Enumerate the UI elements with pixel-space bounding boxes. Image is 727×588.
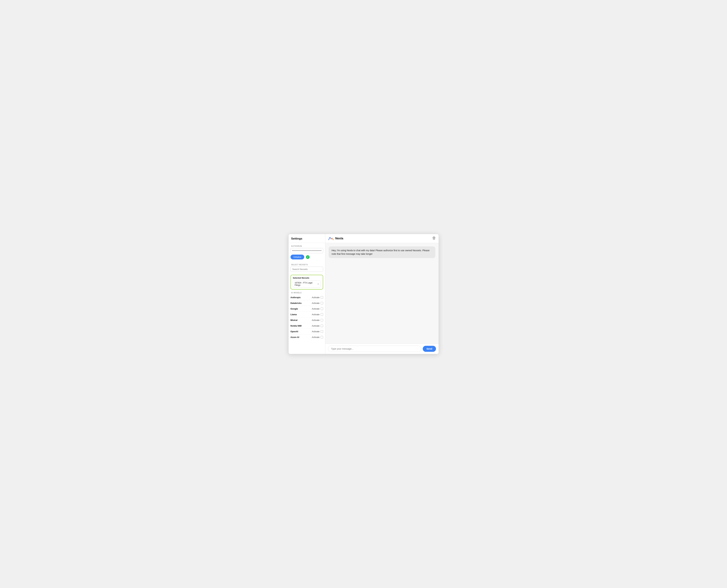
anthropic-activate-checkbox[interactable]: [321, 296, 323, 299]
nexla-logo-text: Nexla: [335, 237, 343, 240]
authorize-section: Initialize ✓: [288, 248, 325, 261]
ai-model-name-azure-ai: Azure AI: [290, 336, 299, 338]
initialize-button[interactable]: Initialize: [290, 255, 304, 259]
databricks-activate-checkbox[interactable]: [321, 302, 323, 304]
ai-model-name-anthropic: Anthropic: [290, 296, 301, 299]
sidebar-title: Settings: [288, 234, 325, 243]
azure-ai-activate-checkbox[interactable]: [321, 336, 323, 338]
ai-model-name-llama: Llama: [290, 313, 297, 316]
chat-area: Hey, I'm using Nexla to chat with my dat…: [325, 243, 439, 343]
api-key-input[interactable]: [290, 248, 323, 253]
llama-activate-text: Activate: [312, 313, 320, 316]
ai-model-name-nvidia-nim: Nvidia NIM: [290, 324, 302, 327]
azure-ai-activate-label[interactable]: Activate: [312, 336, 323, 338]
selected-nexsets-title: Selected Nexsets: [293, 277, 321, 279]
nexset-tag: 167924 - FTX Legal Filings ×: [293, 280, 321, 288]
google-activate-checkbox[interactable]: [321, 308, 323, 310]
google-activate-text: Activate: [312, 308, 320, 310]
openai-activate-label[interactable]: Activate: [312, 330, 323, 333]
ai-models-section: Anthropic Activate Databricks Activate G…: [288, 295, 325, 340]
azure-ai-activate-text: Activate: [312, 336, 320, 338]
nexset-tag-name: 167924 - FTX Legal Filings: [295, 282, 316, 286]
sidebar: Settings AUTHORIZE Initialize ✓ SELECT N…: [288, 234, 325, 354]
nexla-logo-icon: [328, 237, 334, 240]
ai-model-row-google: Google Activate: [290, 306, 323, 312]
ai-model-row-anthropic: Anthropic Activate: [290, 295, 323, 300]
mistral-activate-label[interactable]: Activate: [312, 319, 323, 321]
google-activate-label[interactable]: Activate: [312, 308, 323, 310]
openai-activate-checkbox[interactable]: [321, 330, 323, 333]
ai-model-row-azure-ai: Azure AI Activate: [290, 334, 323, 340]
anthropic-activate-text: Activate: [312, 296, 320, 299]
ai-model-row-openai: OpenAI Activate: [290, 329, 323, 334]
anthropic-activate-label[interactable]: Activate: [312, 296, 323, 299]
ai-model-row-nvidia-nim: Nvidia NIM Activate: [290, 323, 323, 329]
nvidia-nim-activate-label[interactable]: Activate: [312, 324, 323, 327]
chat-message-input[interactable]: [328, 345, 421, 352]
nvidia-nim-activate-checkbox[interactable]: [321, 324, 323, 327]
app-window: Settings AUTHORIZE Initialize ✓ SELECT N…: [288, 234, 439, 354]
llama-activate-label[interactable]: Activate: [312, 313, 323, 316]
databricks-activate-label[interactable]: Activate: [312, 302, 323, 304]
mistral-activate-text: Activate: [312, 319, 320, 321]
ai-model-name-openai: OpenAI: [290, 330, 298, 333]
ai-model-name-databricks: Databricks: [290, 302, 302, 304]
send-button[interactable]: Send: [423, 346, 436, 352]
nexla-logo-area: Nexla: [328, 237, 343, 240]
authorize-label: AUTHORIZE: [288, 243, 325, 248]
nvidia-nim-activate-text: Activate: [312, 324, 320, 327]
mistral-activate-checkbox[interactable]: [321, 319, 323, 321]
ai-model-row-llama: Llama Activate: [290, 312, 323, 317]
nexset-tag-remove-button[interactable]: ×: [318, 283, 319, 285]
authorize-check-icon: ✓: [306, 255, 309, 259]
chat-bubble: Hey, I'm using Nexla to chat with my dat…: [329, 246, 435, 258]
llama-activate-checkbox[interactable]: [321, 313, 323, 316]
select-nexsets-label: SELECT NEXSETS: [288, 261, 325, 267]
main-content: Nexla Hey, I'm using Nexla to chat with …: [325, 234, 439, 354]
ai-model-name-google: Google: [290, 308, 298, 310]
ai-model-row-mistral: Mistral Activate: [290, 317, 323, 323]
ai-model-name-mistral: Mistral: [290, 319, 298, 321]
ai-models-label: AI MODELS: [288, 290, 325, 295]
ai-model-row-databricks: Databricks Activate: [290, 300, 323, 306]
selected-nexsets-box: Selected Nexsets 167924 - FTX Legal Fili…: [290, 275, 323, 290]
search-nexsets-input[interactable]: [290, 267, 323, 272]
chat-input-area: Send: [325, 343, 439, 354]
databricks-activate-text: Activate: [312, 302, 320, 304]
main-header: Nexla: [325, 234, 439, 243]
openai-activate-text: Activate: [312, 330, 320, 333]
trash-icon[interactable]: [432, 236, 436, 240]
initialize-row: Initialize ✓: [290, 255, 323, 259]
nexsets-search-section: [288, 267, 325, 273]
